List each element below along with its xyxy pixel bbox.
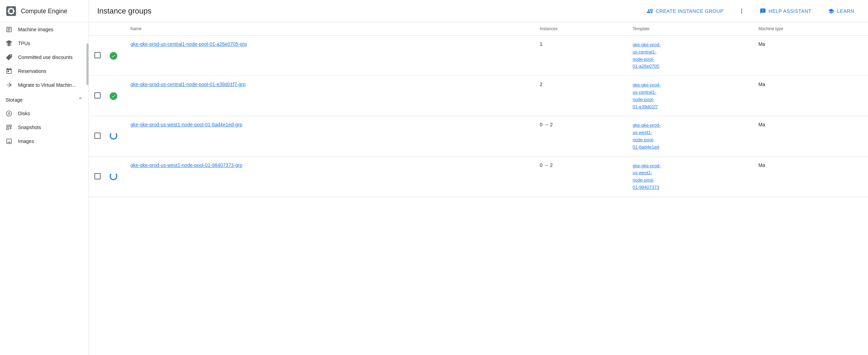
tpu-icon (6, 40, 12, 47)
table-row: gke-gke-prod-us-west1-node-pool-01-6ad4e… (89, 116, 868, 157)
row-checkbox[interactable] (94, 92, 101, 99)
col-name: Name (125, 22, 534, 36)
sidebar-item-snapshots[interactable]: Snapshots (0, 120, 86, 134)
row-instances-cell: 2 (534, 76, 627, 116)
sidebar-label-migrate: Migrate to Virtual Machin… (18, 82, 77, 88)
learn-label: LEARN (837, 8, 854, 14)
machine-images-icon (6, 26, 12, 33)
svg-rect-2 (9, 9, 13, 13)
scrollbar-thumb[interactable] (86, 43, 89, 85)
row-machine-cell: Ma (753, 76, 868, 116)
create-instance-group-label: CREATE INSTANCE GROUP (656, 8, 723, 14)
discount-icon (6, 54, 12, 61)
sidebar-scroll-area: Machine images TPUs Committed use discou… (0, 23, 89, 355)
row-checkbox-cell (89, 36, 107, 76)
disks-icon (6, 110, 12, 117)
row-status-cell (107, 36, 125, 76)
sidebar-header: Compute Engine (0, 0, 89, 23)
status-ok-icon (110, 92, 117, 100)
page-title: Instance groups (97, 7, 635, 16)
row-status-cell (107, 116, 125, 157)
sidebar: Compute Engine Machine images TPUs Commi… (0, 0, 89, 355)
migrate-icon (6, 82, 12, 88)
row-name-cell[interactable]: gke-gke-prod-us-west1-node-pool-01-6ad4e… (125, 116, 534, 157)
row-machine-cell: Ma (753, 36, 868, 76)
more-vert-icon (738, 8, 745, 15)
sidebar-item-reservations[interactable]: Reservations (0, 64, 86, 78)
svg-rect-3 (8, 10, 9, 12)
status-loading-icon (110, 172, 117, 180)
row-checkbox[interactable] (94, 133, 101, 139)
sidebar-label-committed-use-discounts: Committed use discounts (18, 54, 73, 60)
status-ok-icon (110, 52, 117, 60)
row-instances-cell: 1 (534, 36, 627, 76)
more-options-button[interactable] (735, 4, 749, 18)
sidebar-item-migrate[interactable]: Migrate to Virtual Machin… (0, 78, 86, 92)
row-checkbox-cell (89, 157, 107, 197)
col-instances: Instances (534, 22, 627, 36)
help-assistant-button[interactable]: HELP ASSISTANT (754, 5, 817, 17)
status-loading-icon (110, 132, 117, 140)
col-status (107, 22, 125, 36)
sidebar-label-machine-images: Machine images (18, 27, 53, 32)
topbar: Instance groups CREATE INSTANCE GROUP HE… (89, 0, 868, 22)
row-instances-cell: 0 → 2 (534, 157, 627, 197)
create-instance-group-icon (647, 8, 653, 14)
row-checkbox-cell (89, 76, 107, 116)
images-icon (6, 138, 12, 145)
sidebar-label-disks: Disks (18, 111, 30, 116)
row-instances-cell: 0 → 2 (534, 116, 627, 157)
row-status-cell (107, 157, 125, 197)
svg-rect-5 (10, 8, 12, 9)
row-name-cell[interactable]: gke-gke-prod-us-central1-node-pool-01-e3… (125, 76, 534, 116)
row-machine-cell: Ma (753, 157, 868, 197)
instance-groups-table: Name Instances Template Machine type (89, 22, 868, 197)
sidebar-label-snapshots: Snapshots (18, 125, 41, 130)
help-assistant-label: HELP ASSISTANT (769, 8, 811, 14)
snapshots-icon (6, 124, 12, 131)
row-template-cell[interactable]: gke-gke-prod-us-west1-node-pool-01-6ad4e… (627, 116, 753, 157)
row-name-cell[interactable]: gke-gke-prod-us-west1-node-pool-01-98407… (125, 157, 534, 197)
row-checkbox[interactable] (94, 173, 101, 179)
storage-section-label: Storage (6, 97, 23, 103)
col-machine: Machine type (753, 22, 868, 36)
row-template-cell[interactable]: gke-gke-prod-us-west1-node-pool-01-98407… (627, 157, 753, 197)
col-select (89, 22, 107, 36)
learn-icon (828, 8, 834, 14)
table-row: gke-gke-prod-us-central1-node-pool-01-a2… (89, 36, 868, 76)
svg-rect-4 (14, 10, 15, 12)
main-content: Instance groups CREATE INSTANCE GROUP HE… (89, 0, 868, 355)
sidebar-label-images: Images (18, 138, 34, 144)
sidebar-item-committed-use-discounts[interactable]: Committed use discounts (0, 50, 86, 64)
sidebar-item-tpus[interactable]: TPUs (0, 36, 86, 50)
table-row: gke-gke-prod-us-central1-node-pool-01-e3… (89, 76, 868, 116)
sidebar-label-reservations: Reservations (18, 68, 47, 74)
table-header-row: Name Instances Template Machine type (89, 22, 868, 36)
row-checkbox[interactable] (94, 52, 101, 58)
instance-groups-table-area: Name Instances Template Machine type (89, 22, 868, 355)
svg-rect-6 (10, 14, 12, 15)
reservations-icon (6, 68, 12, 75)
svg-point-7 (10, 84, 11, 85)
col-template: Template (627, 22, 753, 36)
row-machine-cell: Ma (753, 116, 868, 157)
sidebar-item-machine-images[interactable]: Machine images (0, 23, 86, 36)
sidebar-item-images[interactable]: Images (0, 134, 86, 148)
chevron-up-icon: ⌃ (78, 96, 83, 104)
create-instance-group-button[interactable]: CREATE INSTANCE GROUP (641, 5, 729, 17)
row-status-cell (107, 76, 125, 116)
row-checkbox-cell (89, 116, 107, 157)
compute-engine-icon (6, 6, 17, 17)
sidebar-item-disks[interactable]: Disks (0, 107, 86, 120)
storage-section-header[interactable]: Storage ⌃ (0, 92, 89, 107)
sidebar-label-tpus: TPUs (18, 41, 30, 46)
sidebar-title: Compute Engine (21, 8, 67, 15)
row-template-cell[interactable]: gke-gke-prod-us-central1-node-pool-01-e3… (627, 76, 753, 116)
learn-button[interactable]: LEARN (823, 5, 860, 17)
row-name-cell[interactable]: gke-gke-prod-us-central1-node-pool-01-a2… (125, 36, 534, 76)
table-row: gke-gke-prod-us-west1-node-pool-01-98407… (89, 157, 868, 197)
help-assistant-icon (760, 8, 766, 14)
row-template-cell[interactable]: gke-gke-prod-us-central1-node-pool-01-a2… (627, 36, 753, 76)
